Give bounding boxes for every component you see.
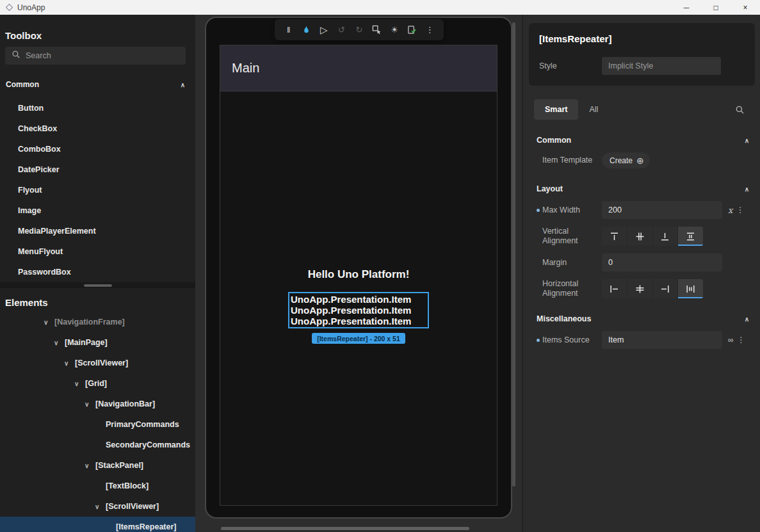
- margin-input[interactable]: [602, 254, 722, 271]
- tree-item-primarycommands[interactable]: PrimaryCommands: [0, 414, 195, 435]
- chevron-up-icon[interactable]: ∧: [745, 316, 749, 323]
- chevron-down-icon[interactable]: ∨: [44, 319, 54, 326]
- chevron-up-icon[interactable]: ∧: [745, 186, 749, 193]
- close-button[interactable]: ×: [731, 0, 760, 15]
- items-source-input[interactable]: [602, 331, 722, 349]
- toolbox-item-flyout[interactable]: Flyout: [0, 180, 195, 200]
- valign-center-button[interactable]: [627, 227, 653, 246]
- section-miscellaneous-header[interactable]: Miscellaneous ∧: [523, 314, 760, 323]
- tree-item-label: [TextBlock]: [106, 481, 149, 490]
- margin-row: Margin: [523, 254, 760, 271]
- chevron-down-icon[interactable]: ∨: [95, 503, 106, 510]
- binding-link-icon[interactable]: ∞: [728, 335, 734, 344]
- app-preview[interactable]: Main Hello Uno Platform! UnoApp.Presenta…: [220, 45, 497, 506]
- halign-stretch-button[interactable]: [678, 279, 703, 298]
- halign-right-button[interactable]: [653, 279, 679, 298]
- toolbox-item-button[interactable]: Button: [0, 98, 195, 118]
- chevron-up-icon[interactable]: ∧: [745, 137, 749, 144]
- search-input[interactable]: [26, 51, 179, 60]
- tree-item-scrollviewer[interactable]: ∨ [ScrollViewer]: [0, 353, 195, 373]
- section-label: Miscellaneous: [537, 314, 591, 323]
- tree-item-label: [ItemsRepeater]: [116, 522, 176, 531]
- tree-item-label: [NavigationBar]: [95, 399, 155, 408]
- theme-icon[interactable]: ☀: [386, 25, 403, 35]
- tree-item-textblock[interactable]: [TextBlock]: [0, 476, 195, 496]
- app-title: UnoApp: [17, 3, 45, 12]
- tree-item-grid[interactable]: ∨ [Grid]: [0, 373, 195, 394]
- maximize-button[interactable]: □: [701, 0, 731, 15]
- redo-icon[interactable]: ↻: [351, 25, 368, 35]
- device-frame: Main Hello Uno Platform! UnoApp.Presenta…: [205, 17, 512, 519]
- vertical-alignment-row: Vertical Alignment: [523, 227, 760, 246]
- valign-top-button[interactable]: [602, 227, 627, 246]
- tree-item-navigationbar[interactable]: ∨ [NavigationBar]: [0, 394, 195, 414]
- tree-item-navigationframe[interactable]: ∨ [NavigationFrame]: [0, 312, 195, 332]
- halign-left-button[interactable]: [602, 279, 627, 298]
- toolbox-item-datepicker[interactable]: DatePicker: [0, 159, 195, 180]
- tree-item-label: [Grid]: [85, 379, 107, 388]
- max-width-input[interactable]: [602, 201, 722, 219]
- panel-splitter[interactable]: [0, 282, 195, 288]
- design-canvas: Main Hello Uno Platform! UnoApp.Presenta…: [195, 15, 522, 532]
- selection-size-badge: [ItemsRepeater] - 200 x 51: [312, 333, 405, 344]
- app-logo-icon: [5, 3, 13, 12]
- repeater-item: UnoApp.Presentation.Item: [291, 305, 428, 316]
- tree-item-stackpanel[interactable]: ∨ [StackPanel]: [0, 455, 195, 476]
- more-icon[interactable]: ⋮: [421, 25, 438, 35]
- toolbox-section-common[interactable]: Common ∧: [0, 80, 195, 89]
- toolbox-item-mediaplayerelement[interactable]: MediaPlayerElement: [0, 221, 195, 241]
- more-icon[interactable]: ⋮: [736, 206, 744, 214]
- titlebar: UnoApp ─ □ ×: [0, 0, 760, 15]
- toolbox-item-combobox[interactable]: ComboBox: [0, 139, 195, 159]
- tree-item-itemsrepeater[interactable]: [ItemsRepeater]: [0, 517, 195, 532]
- selection-overlay: UnoApp.Presentation.Item UnoApp.Presenta…: [220, 292, 497, 344]
- play-icon[interactable]: ▷: [316, 24, 332, 36]
- tab-all[interactable]: All: [578, 99, 609, 120]
- toolbox-item-image[interactable]: Image: [0, 200, 195, 221]
- chevron-down-icon[interactable]: ∨: [64, 360, 75, 367]
- halign-center-button[interactable]: [627, 279, 653, 298]
- valign-stretch-button[interactable]: [678, 227, 703, 246]
- inspect-element-icon[interactable]: [369, 25, 385, 35]
- tree-item-label: [StackPanel]: [95, 461, 143, 470]
- tree-item-scrollviewer-inner[interactable]: ∨ [ScrollViewer]: [0, 496, 195, 517]
- preview-hello-text: Hello Uno Platform!: [220, 268, 497, 281]
- tree-item-mainpage[interactable]: ∨ [MainPage]: [0, 332, 195, 353]
- chevron-down-icon[interactable]: ∨: [54, 339, 65, 346]
- canvas-vertical-scrollbar[interactable]: [512, 22, 515, 487]
- toolbox-item-passwordbox[interactable]: PasswordBox: [0, 262, 195, 282]
- chevron-up-icon[interactable]: ∧: [181, 81, 185, 88]
- toolbox-search-box[interactable]: [5, 47, 186, 65]
- selection-header-card: [ItemsRepeater] Style: [529, 23, 755, 86]
- chevron-down-icon[interactable]: ∨: [85, 401, 95, 408]
- tab-smart[interactable]: Smart: [534, 99, 578, 120]
- modified-indicator: [537, 339, 540, 342]
- designer-toolbar: ‖ ▷ ↺ ↻ ☀ ⋮: [275, 19, 444, 40]
- tree-item-label: SecondaryCommands: [106, 440, 190, 449]
- properties-search-icon[interactable]: [735, 105, 745, 115]
- diagnostics-check-icon[interactable]: [404, 25, 421, 35]
- pause-icon[interactable]: ‖: [280, 25, 297, 35]
- chevron-down-icon[interactable]: ∨: [85, 462, 95, 469]
- tree-item-secondarycommands[interactable]: SecondaryCommands: [0, 435, 195, 455]
- selected-itemsrepeater-element[interactable]: UnoApp.Presentation.Item UnoApp.Presenta…: [288, 292, 429, 328]
- section-label: Layout: [537, 184, 563, 193]
- create-item-template-button[interactable]: Create ⊕: [602, 152, 650, 168]
- section-common-header[interactable]: Common ∧: [523, 136, 760, 145]
- create-label: Create: [610, 156, 633, 165]
- toolbox-item-checkbox[interactable]: CheckBox: [0, 118, 195, 139]
- undo-icon[interactable]: ↺: [333, 25, 350, 35]
- chevron-down-icon[interactable]: ∨: [74, 380, 85, 387]
- style-input[interactable]: [602, 57, 721, 75]
- valign-bottom-button[interactable]: [653, 227, 679, 246]
- minimize-button[interactable]: ─: [672, 0, 701, 15]
- style-label: Style: [539, 61, 602, 70]
- hot-reload-flame-icon[interactable]: [298, 25, 314, 35]
- toolbox-item-menuflyout[interactable]: MenuFlyout: [0, 241, 195, 262]
- bind-expression-icon[interactable]: x: [728, 206, 732, 215]
- max-width-label: Max Width: [542, 206, 602, 215]
- horizontal-alignment-row: Horizontal Alignment: [523, 279, 760, 298]
- section-layout-header[interactable]: Layout ∧: [523, 184, 760, 193]
- more-icon[interactable]: ⋮: [738, 335, 745, 344]
- canvas-horizontal-scrollbar[interactable]: [221, 527, 469, 530]
